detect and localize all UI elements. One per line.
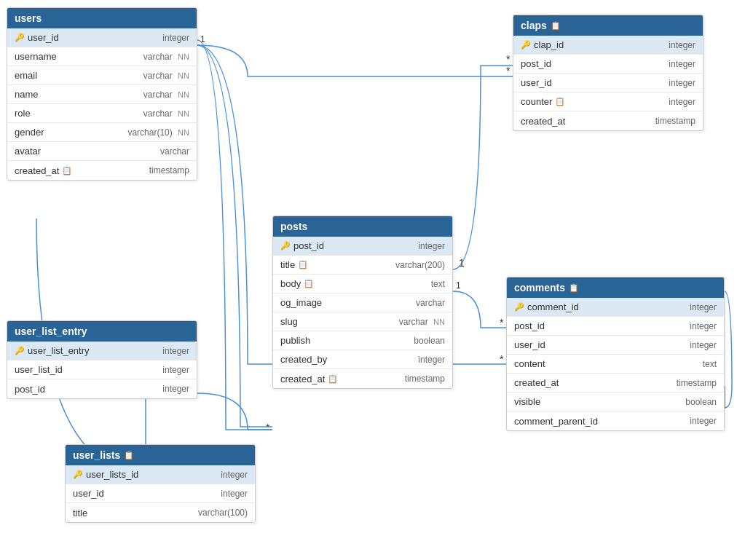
table-header-posts: posts — [273, 216, 452, 237]
col-ul-user_id: user_id integer — [66, 484, 255, 503]
note-icon-body: 📋 — [304, 279, 314, 288]
svg-text:1: 1 — [200, 34, 205, 44]
svg-text:*: * — [506, 53, 511, 65]
key-icon-comments: 🔑 — [514, 302, 524, 312]
col-clap-user_id: user_id integer — [513, 74, 703, 92]
user-lists-title: user_lists — [73, 449, 120, 461]
col-posts-created_at: created_at 📋 timestamp — [273, 369, 452, 388]
col-clap-created_at: created_at timestamp — [513, 111, 703, 130]
col-role: role varchar NN — [7, 104, 197, 123]
key-icon: 🔑 — [15, 33, 25, 42]
col-slug: slug varchar NN — [273, 312, 452, 331]
table-claps: claps 📋 🔑 clap_id integer post_id intege… — [513, 15, 704, 131]
note-icon-counter: 📋 — [555, 97, 565, 106]
table-comments: comments 📋 🔑 comment_id integer post_id … — [506, 277, 725, 431]
note-icon-comments: 📋 — [569, 283, 579, 293]
comments-title: comments — [514, 282, 565, 293]
svg-text:*: * — [500, 353, 504, 365]
svg-text:*: * — [506, 65, 511, 76]
key-icon-claps: 🔑 — [521, 40, 531, 50]
col-comment_parent_id: comment_parent_id integer — [507, 411, 724, 430]
col-ule-post_id: post_id integer — [7, 379, 197, 398]
note-icon-user-lists: 📋 — [124, 451, 134, 460]
key-icon-ul: 🔑 — [73, 470, 83, 479]
table-user-list-entry: user_list_entry 🔑 user_list_entry intege… — [7, 320, 197, 399]
col-og_image: og_image varchar — [273, 293, 452, 312]
note-icon-claps: 📋 — [551, 21, 561, 31]
col-visible: visible boolean — [507, 393, 724, 411]
user-list-entry-title: user_list_entry — [15, 326, 87, 337]
col-post_id: 🔑 post_id integer — [273, 237, 452, 256]
col-created_by: created_by integer — [273, 350, 452, 369]
key-icon-posts: 🔑 — [280, 241, 291, 251]
col-avatar: avatar varchar — [7, 142, 197, 161]
note-icon-title: 📋 — [298, 260, 308, 269]
col-ul-title: title varchar(100) — [66, 503, 255, 522]
col-body: body 📋 text — [273, 275, 452, 293]
col-user_id: 🔑 user_id integer — [7, 28, 197, 47]
col-gender: gender varchar(10) NN — [7, 123, 197, 142]
svg-text:*: * — [266, 422, 270, 433]
col-clap_id: 🔑 clap_id integer — [513, 36, 703, 55]
table-posts: posts 🔑 post_id integer title 📋 varchar(… — [272, 216, 453, 389]
col-comment_id: 🔑 comment_id integer — [507, 298, 724, 317]
col-counter: counter 📋 integer — [513, 92, 703, 111]
col-publish: publish boolean — [273, 331, 452, 350]
col-email: email varchar NN — [7, 66, 197, 85]
svg-text:1: 1 — [459, 257, 465, 269]
table-header-user-list-entry: user_list_entry — [7, 321, 197, 342]
claps-title: claps — [521, 20, 547, 31]
svg-text:*: * — [500, 317, 504, 328]
col-content: content text — [507, 355, 724, 374]
col-user_lists_id: 🔑 user_lists_id integer — [66, 465, 255, 484]
posts-title: posts — [280, 221, 307, 232]
diagram-canvas: 1 * 1 * * 1 * * 1 * * 1 * * — [0, 0, 737, 560]
table-header-comments: comments 📋 — [507, 277, 724, 298]
col-user_list_id: user_list_id integer — [7, 360, 197, 379]
col-comment-created_at: created_at timestamp — [507, 374, 724, 393]
col-comment-user_id: user_id integer — [507, 336, 724, 355]
table-header-user-lists: user_lists 📋 — [66, 445, 255, 465]
col-title: title 📋 varchar(200) — [273, 256, 452, 275]
table-header-users: users — [7, 8, 197, 28]
col-clap-post_id: post_id integer — [513, 55, 703, 74]
note-icon: 📋 — [62, 166, 72, 176]
col-name: name varchar NN — [7, 85, 197, 104]
table-user-lists: user_lists 📋 🔑 user_lists_id integer use… — [65, 444, 256, 523]
col-comment-post_id: post_id integer — [507, 317, 724, 336]
col-created_at: created_at 📋 timestamp — [7, 161, 197, 180]
users-title: users — [15, 12, 42, 24]
col-username: username varchar NN — [7, 47, 197, 66]
table-header-claps: claps 📋 — [513, 15, 703, 36]
note-icon-posts-created_at: 📋 — [328, 374, 338, 384]
svg-text:1: 1 — [456, 280, 461, 291]
col-user_list_entry: 🔑 user_list_entry integer — [7, 342, 197, 360]
key-icon-ule: 🔑 — [15, 346, 25, 355]
table-users: users 🔑 user_id integer username varchar… — [7, 7, 197, 181]
